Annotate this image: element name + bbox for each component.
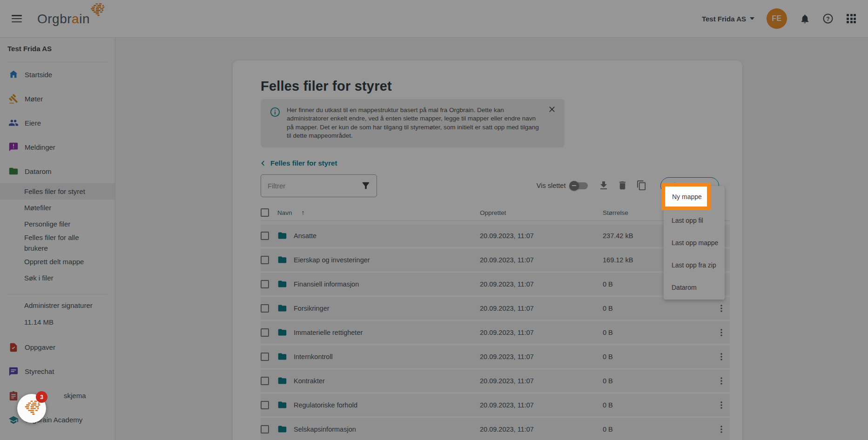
notification-badge: 3	[36, 391, 47, 403]
spotlight-menu-item-ny-mappe[interactable]: Ny mappe	[661, 183, 711, 210]
chat-launcher[interactable]: 3	[17, 394, 46, 423]
brain-icon	[22, 400, 41, 417]
tutorial-dim-overlay	[0, 0, 868, 440]
